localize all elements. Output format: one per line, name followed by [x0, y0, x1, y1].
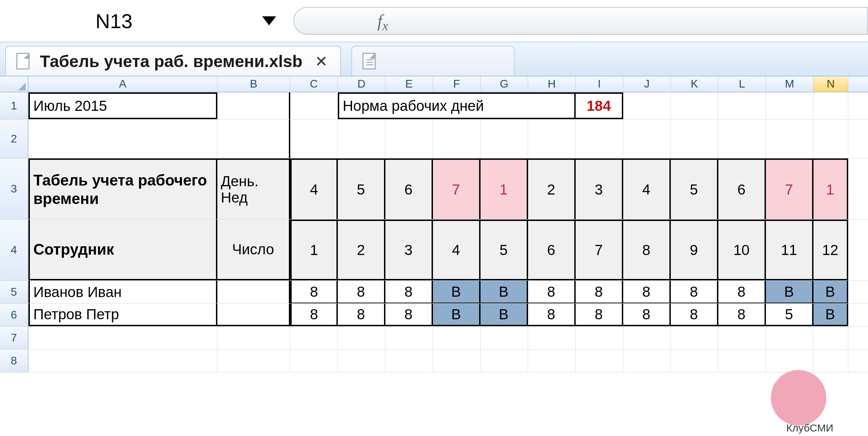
col-head-G[interactable]: G [481, 76, 528, 92]
row-head-3[interactable]: 3 [0, 158, 28, 220]
col-head-B[interactable]: B [217, 76, 290, 92]
cell-E7[interactable] [385, 327, 433, 349]
col-head-D[interactable]: D [338, 76, 385, 92]
cell-I3[interactable]: 3 [576, 158, 623, 219]
cell-M7[interactable] [766, 327, 813, 349]
cell-D8[interactable] [338, 349, 385, 372]
row-head-8[interactable]: 8 [0, 349, 28, 372]
row-head-7[interactable]: 7 [0, 327, 28, 349]
cell-A5[interactable]: Иванов Иван [28, 281, 217, 303]
cell-C2[interactable] [290, 120, 338, 158]
cell-M4[interactable]: 11 [766, 220, 813, 280]
col-head-A[interactable]: A [28, 76, 217, 92]
cell-L5[interactable]: 8 [718, 281, 766, 303]
cell-B5[interactable] [217, 281, 290, 303]
cell-J5[interactable]: 8 [623, 281, 671, 303]
cell-D1[interactable]: Норма рабочих дней [338, 92, 385, 119]
row-head-2[interactable]: 2 [0, 120, 28, 158]
name-box-dropdown-icon[interactable] [262, 16, 276, 25]
cell-J2[interactable] [623, 120, 671, 158]
select-all-corner[interactable] [0, 76, 28, 92]
cell-B7[interactable] [217, 327, 290, 349]
cell-K2[interactable] [671, 120, 718, 158]
cell-N8[interactable] [813, 349, 848, 372]
cell-G5[interactable]: В [481, 281, 528, 303]
cell-G4[interactable]: 5 [481, 220, 528, 280]
cell-A8[interactable] [28, 349, 217, 372]
cell-J1[interactable] [623, 92, 671, 119]
cell-F4[interactable]: 4 [433, 220, 481, 280]
cell-G1[interactable] [481, 92, 528, 119]
cell-M3[interactable]: 7 [766, 158, 813, 219]
cell-E8[interactable] [385, 349, 433, 372]
col-head-L[interactable]: L [718, 76, 766, 92]
formula-bar[interactable]: fx [293, 7, 868, 35]
cell-D2[interactable] [338, 120, 385, 158]
cell-N1[interactable] [813, 92, 848, 119]
cell-C1[interactable] [290, 92, 338, 119]
col-head-N[interactable]: N [813, 76, 848, 92]
cell-N4[interactable]: 12 [813, 220, 848, 280]
cell-E2[interactable] [385, 120, 433, 158]
cell-B1[interactable] [217, 92, 290, 119]
cell-I1[interactable]: 184 [576, 92, 623, 119]
cell-E1[interactable] [385, 92, 433, 119]
cell-G7[interactable] [481, 327, 528, 349]
cell-I8[interactable] [576, 349, 623, 372]
cell-J4[interactable]: 8 [623, 220, 671, 280]
cell-M5[interactable]: В [766, 281, 813, 303]
cell-F1[interactable] [433, 92, 481, 119]
cell-I2[interactable] [576, 120, 623, 158]
cell-K6[interactable]: 8 [671, 304, 718, 326]
cell-C8[interactable] [290, 349, 338, 372]
cell-C3[interactable]: 4 [290, 158, 338, 219]
cell-F3[interactable]: 7 [433, 158, 481, 219]
cell-E6[interactable]: 8 [385, 304, 433, 326]
cell-N3[interactable]: 1 [813, 158, 848, 219]
row-head-1[interactable]: 1 [0, 92, 28, 120]
cell-H4[interactable]: 6 [528, 220, 576, 280]
cell-C6[interactable]: 8 [290, 304, 338, 326]
cell-D4[interactable]: 2 [338, 220, 385, 280]
cell-G2[interactable] [481, 120, 528, 158]
cell-M2[interactable] [766, 120, 813, 158]
cell-C7[interactable] [290, 327, 338, 349]
workbook-tab-new[interactable] [351, 46, 515, 76]
cell-J6[interactable]: 8 [623, 304, 671, 326]
cell-F2[interactable] [433, 120, 481, 158]
cell-L4[interactable]: 10 [718, 220, 766, 280]
cell-K4[interactable]: 9 [671, 220, 718, 280]
cell-B8[interactable] [217, 349, 290, 372]
cell-A4[interactable]: Сотрудник [28, 220, 217, 280]
cell-H7[interactable] [528, 327, 576, 349]
cell-K7[interactable] [671, 327, 718, 349]
cell-N5[interactable]: В [813, 281, 848, 303]
cell-I7[interactable] [576, 327, 623, 349]
cell-K8[interactable] [671, 349, 718, 372]
cell-F7[interactable] [433, 327, 481, 349]
col-head-C[interactable]: C [290, 76, 338, 92]
col-head-E[interactable]: E [385, 76, 433, 92]
fx-icon[interactable]: fx [377, 11, 388, 31]
cell-G6[interactable]: В [481, 304, 528, 326]
cell-J3[interactable]: 4 [623, 158, 671, 219]
name-box[interactable]: N13 [95, 9, 241, 33]
cell-H5[interactable]: 8 [528, 281, 576, 303]
cell-H6[interactable]: 8 [528, 304, 576, 326]
col-head-I[interactable]: I [576, 76, 623, 92]
cell-I5[interactable]: 8 [576, 281, 623, 303]
cell-L2[interactable] [718, 120, 766, 158]
cell-H8[interactable] [528, 349, 576, 372]
cell-B4[interactable]: Число [217, 220, 290, 280]
cell-D5[interactable]: 8 [338, 281, 385, 303]
cell-A2[interactable] [28, 120, 217, 158]
cell-H1[interactable] [528, 92, 576, 119]
cell-F8[interactable] [433, 349, 481, 372]
cell-E4[interactable]: 3 [385, 220, 433, 280]
cell-L7[interactable] [718, 327, 766, 349]
cell-G3[interactable]: 1 [481, 158, 528, 219]
col-head-J[interactable]: J [623, 76, 671, 92]
cell-K3[interactable]: 5 [671, 158, 718, 219]
cell-C5[interactable]: 8 [290, 281, 338, 303]
row-head-5[interactable]: 5 [0, 281, 28, 304]
